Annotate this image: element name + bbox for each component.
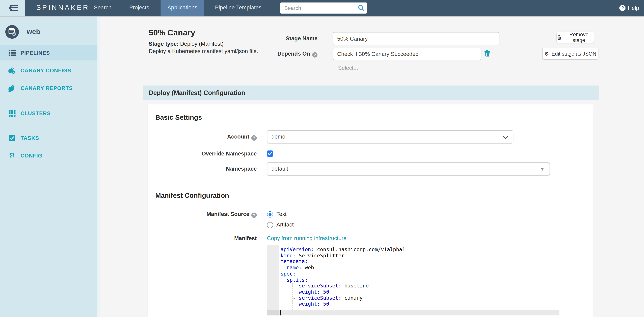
nav-tab-search[interactable]: Search	[90, 0, 116, 16]
config-gear-icon: ⚙	[8, 152, 16, 159]
remove-stage-button[interactable]: Remove stage	[556, 32, 594, 43]
remove-dependency-button[interactable]	[484, 50, 490, 58]
code-line: spec:	[280, 271, 560, 277]
text-cursor	[280, 310, 281, 315]
brand-logo[interactable]: SPINNAKER	[36, 0, 90, 16]
stage-type-value: Deploy (Manifest)	[180, 41, 224, 47]
application-icon	[5, 25, 19, 39]
depends-on-help-icon[interactable]: ?	[312, 52, 318, 58]
manifest-config-card: Basic Settings Account? demo Override Na…	[148, 104, 594, 317]
remove-stage-label: Remove stage	[564, 32, 594, 43]
code-line: name: web	[280, 265, 560, 271]
code-line: metadata:	[280, 259, 560, 265]
manifest-yaml-editor[interactable]: apiVersion: consul.hashicorp.com/v1alpha…	[267, 245, 560, 315]
sidebar-item-config[interactable]: ⚙ CONFIG	[0, 148, 97, 163]
manifest-source-option-artifact[interactable]: Artifact	[276, 222, 294, 228]
manifest-label: Manifest	[158, 235, 257, 241]
help-label: Help	[628, 5, 639, 11]
manifest-source-help-icon[interactable]: ?	[252, 213, 257, 218]
search-icon[interactable]	[358, 5, 365, 12]
stage-name-input[interactable]	[333, 32, 500, 45]
namespace-value: default	[272, 166, 288, 172]
account-label: Account?	[158, 134, 257, 141]
sidebar-item-label: CANARY CONFIGS	[20, 68, 71, 74]
account-value: demo	[272, 134, 286, 140]
sidebar-item-label: CLUSTERS	[20, 110, 50, 116]
code-line: apiVersion: consul.hashicorp.com/v1alpha…	[280, 247, 560, 253]
global-search-box	[280, 3, 367, 14]
code-line: weight: 50	[280, 301, 560, 307]
editor-scrollbar-corner	[267, 310, 279, 315]
sidebar-scrollbar[interactable]	[97, 17, 100, 317]
manifest-source-radio-text[interactable]	[267, 211, 273, 218]
sidebar-item-label: CONFIG	[20, 153, 42, 159]
chevron-down-icon	[503, 136, 508, 139]
sidebar-item-clusters[interactable]: CLUSTERS	[0, 106, 97, 121]
caret-down-icon: ▼	[541, 163, 544, 175]
manifest-source-label: Manifest Source?	[158, 211, 257, 218]
editor-horizontal-scrollbar[interactable]	[267, 310, 560, 315]
copy-from-infrastructure-link[interactable]: Copy from running infrastructure	[267, 235, 346, 241]
application-name: web	[27, 28, 40, 36]
nav-tab-projects[interactable]: Projects	[125, 0, 153, 16]
indent-guide	[292, 283, 293, 310]
tasks-check-icon	[8, 134, 16, 142]
stage-type-line: Stage type: Deploy (Manifest)	[149, 41, 224, 47]
section-divider	[155, 186, 586, 186]
sidebar-item-label: TASKS	[20, 135, 39, 141]
edit-stage-json-button[interactable]: ⚙ Edit stage as JSON	[542, 48, 598, 60]
manifest-config-heading: Manifest Configuration	[155, 192, 229, 199]
sidebar-item-canary-configs[interactable]: CANARY CONFIGS	[0, 63, 97, 78]
nav-tab-pipeline-templates[interactable]: Pipeline Templates	[213, 0, 263, 16]
depends-on-label: Depends On?	[235, 51, 318, 58]
code-line: - serviceSubset: baseline	[280, 283, 560, 289]
help-button[interactable]: ? Help	[620, 0, 639, 16]
top-navbar: SPINNAKER Search Projects Applications P…	[0, 0, 644, 17]
code-line: kind: ServiceSplitter	[280, 253, 560, 259]
edit-stage-json-label: Edit stage as JSON	[552, 51, 596, 56]
code-line: splits:	[280, 277, 560, 283]
stage-type-label: Stage type:	[149, 41, 178, 47]
account-help-icon[interactable]: ?	[252, 135, 257, 141]
help-icon: ?	[620, 5, 626, 11]
collapse-menu-icon	[7, 4, 18, 12]
namespace-dropdown[interactable]: default ▼	[267, 162, 550, 175]
canary-report-icon	[8, 85, 16, 92]
stage-name-label: Stage Name	[235, 36, 318, 42]
pipelines-list-icon	[8, 49, 16, 57]
sidebar-item-tasks[interactable]: TASKS	[0, 130, 97, 146]
stage-config-main: 50% Canary Stage type: Deploy (Manifest)…	[100, 17, 644, 317]
depends-on-select[interactable]: Select...	[333, 62, 482, 74]
sidebar-item-label: CANARY REPORTS	[20, 85, 72, 91]
code-line: - serviceSubset: canary	[280, 295, 560, 301]
global-search-input[interactable]	[280, 3, 367, 14]
nav-tab-applications[interactable]: Applications	[161, 0, 204, 16]
sidebar-item-label: PIPELINES	[20, 50, 50, 56]
trash-icon	[557, 35, 562, 40]
sidebar-item-canary-reports[interactable]: CANARY REPORTS	[0, 81, 97, 96]
code-line: weight: 50	[280, 289, 560, 295]
sidebar-item-pipelines[interactable]: PIPELINES	[0, 45, 97, 61]
clusters-grid-icon	[8, 110, 16, 117]
depends-on-input[interactable]	[333, 48, 482, 60]
override-namespace-checkbox[interactable]	[267, 150, 273, 157]
canary-config-icon	[8, 67, 16, 74]
code-lines: apiVersion: consul.hashicorp.com/v1alpha…	[280, 247, 560, 307]
checkmark-icon	[268, 152, 272, 155]
collapse-sidebar-button[interactable]	[0, 0, 25, 16]
override-namespace-label: Override Namespace	[158, 150, 257, 157]
application-header[interactable]: web	[5, 25, 40, 39]
gear-icon: ⚙	[544, 51, 549, 57]
manifest-source-option-text[interactable]: Text	[276, 211, 286, 217]
sidebar: web PIPELINES	[0, 17, 100, 317]
basic-settings-heading: Basic Settings	[155, 114, 202, 121]
manifest-source-radio-artifact[interactable]	[267, 222, 273, 228]
account-select[interactable]: demo	[267, 130, 513, 143]
stage-title: 50% Canary	[149, 28, 196, 38]
namespace-label: Namespace	[158, 166, 257, 172]
section-header: Deploy (Manifest) Configuration	[144, 86, 599, 100]
editor-gutter	[267, 245, 279, 310]
spinnaker-app: SPINNAKER Search Projects Applications P…	[0, 0, 644, 317]
